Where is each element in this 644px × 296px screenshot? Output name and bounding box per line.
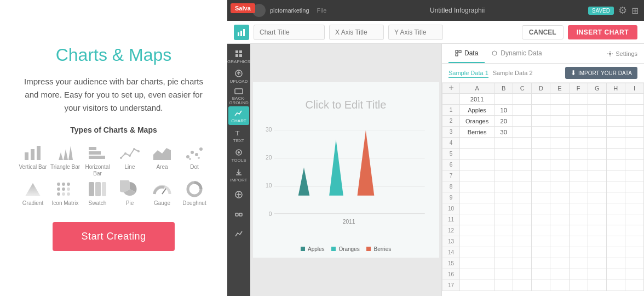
table-cell[interactable] xyxy=(606,170,625,181)
sidebar-icon-upload[interactable]: UPLOAD xyxy=(228,67,249,86)
table-cell[interactable] xyxy=(495,170,513,181)
table-cell[interactable] xyxy=(588,225,606,236)
table-cell[interactable] xyxy=(532,170,550,181)
table-cell[interactable] xyxy=(625,127,643,138)
table-cell[interactable]: 20 xyxy=(495,116,513,127)
table-cell[interactable] xyxy=(513,269,532,280)
table-cell[interactable] xyxy=(550,127,569,138)
chart-type-area[interactable]: Area xyxy=(147,144,177,177)
table-cell[interactable] xyxy=(550,138,569,149)
table-cell[interactable] xyxy=(550,203,569,214)
table-cell[interactable] xyxy=(513,280,532,291)
table-cell[interactable] xyxy=(460,269,495,280)
table-cell[interactable] xyxy=(513,192,532,203)
chart-type-vertical-bar[interactable]: Vertical Bar xyxy=(18,144,48,177)
table-cell[interactable] xyxy=(550,116,569,127)
topbar-file-tab[interactable]: File xyxy=(317,7,327,14)
chart-type-icon-matrix[interactable]: Icon Matrix xyxy=(50,180,81,207)
table-cell[interactable] xyxy=(588,247,606,258)
table-cell[interactable] xyxy=(588,160,606,170)
table-cell[interactable] xyxy=(532,116,550,127)
table-cell[interactable] xyxy=(532,225,550,236)
sidebar-icon-graphics[interactable]: GRAPHICS xyxy=(228,47,249,66)
table-cell[interactable] xyxy=(625,149,643,160)
table-cell[interactable] xyxy=(532,127,550,138)
table-cell[interactable] xyxy=(569,214,588,225)
table-cell[interactable] xyxy=(588,127,606,138)
table-cell[interactable] xyxy=(569,225,588,236)
table-cell[interactable] xyxy=(606,138,625,149)
table-cell[interactable] xyxy=(513,203,532,214)
table-cell[interactable] xyxy=(495,192,513,203)
table-cell[interactable] xyxy=(606,214,625,225)
table-cell[interactable] xyxy=(460,236,495,247)
table-cell[interactable] xyxy=(569,160,588,170)
table-cell[interactable] xyxy=(513,181,532,192)
table-cell[interactable] xyxy=(588,149,606,160)
sub-tab-sample1[interactable]: Sample Data 1 xyxy=(449,69,488,78)
table-cell[interactable]: 2011 xyxy=(460,94,495,105)
table-cell[interactable] xyxy=(532,192,550,203)
table-cell[interactable] xyxy=(532,149,550,160)
table-cell[interactable] xyxy=(550,94,569,105)
table-cell[interactable] xyxy=(513,214,532,225)
table-cell[interactable] xyxy=(569,116,588,127)
table-cell[interactable] xyxy=(606,181,625,192)
table-cell[interactable] xyxy=(588,170,606,181)
table-cell[interactable] xyxy=(460,258,495,269)
table-cell[interactable] xyxy=(606,94,625,105)
sidebar-icon-extra3[interactable] xyxy=(228,225,249,243)
table-cell[interactable] xyxy=(532,258,550,269)
table-cell[interactable] xyxy=(532,214,550,225)
table-cell[interactable] xyxy=(532,94,550,105)
table-cell[interactable] xyxy=(532,236,550,247)
table-cell[interactable] xyxy=(550,214,569,225)
table-cell[interactable]: 30 xyxy=(495,127,513,138)
table-cell[interactable] xyxy=(625,192,643,203)
table-cell[interactable]: Apples xyxy=(460,105,495,116)
table-cell[interactable] xyxy=(625,258,643,269)
table-cell[interactable] xyxy=(606,127,625,138)
table-cell[interactable] xyxy=(625,138,643,149)
table-cell[interactable] xyxy=(550,192,569,203)
table-cell[interactable] xyxy=(495,94,513,105)
table-cell[interactable] xyxy=(569,269,588,280)
table-cell[interactable] xyxy=(532,280,550,291)
table-cell[interactable] xyxy=(625,280,643,291)
table-cell[interactable] xyxy=(606,280,625,291)
table-cell[interactable] xyxy=(625,160,643,170)
sidebar-icon-chart[interactable]: CHART xyxy=(228,106,249,125)
table-cell[interactable] xyxy=(569,280,588,291)
table-cell[interactable]: Oranges xyxy=(460,116,495,127)
table-cell[interactable] xyxy=(532,203,550,214)
table-cell[interactable] xyxy=(588,116,606,127)
table-cell[interactable] xyxy=(588,236,606,247)
table-cell[interactable] xyxy=(532,181,550,192)
table-cell[interactable] xyxy=(569,247,588,258)
table-cell[interactable] xyxy=(606,247,625,258)
table-cell[interactable] xyxy=(495,247,513,258)
chart-type-line[interactable]: Line xyxy=(115,144,145,177)
table-cell[interactable] xyxy=(625,116,643,127)
chart-type-pie[interactable]: Pie xyxy=(115,180,145,207)
table-cell[interactable] xyxy=(569,192,588,203)
table-cell[interactable] xyxy=(495,203,513,214)
table-cell[interactable]: Berries xyxy=(460,127,495,138)
table-cell[interactable] xyxy=(495,236,513,247)
table-cell[interactable] xyxy=(625,214,643,225)
table-cell[interactable] xyxy=(495,138,513,149)
table-cell[interactable] xyxy=(569,149,588,160)
table-cell[interactable]: 10 xyxy=(495,105,513,116)
chart-type-horizontal-bar[interactable]: Horizontal Bar xyxy=(83,144,113,177)
chart-type-swatch[interactable]: Swatch xyxy=(83,180,113,207)
table-cell[interactable] xyxy=(495,214,513,225)
table-cell[interactable] xyxy=(532,247,550,258)
sidebar-icon-tools[interactable]: TOOLS xyxy=(228,146,249,164)
table-cell[interactable] xyxy=(588,181,606,192)
tab-data[interactable]: Data xyxy=(449,44,485,63)
table-cell[interactable] xyxy=(569,181,588,192)
table-cell[interactable] xyxy=(606,149,625,160)
table-cell[interactable] xyxy=(550,225,569,236)
table-cell[interactable] xyxy=(550,160,569,170)
cancel-button[interactable]: CANCEL xyxy=(522,25,564,39)
